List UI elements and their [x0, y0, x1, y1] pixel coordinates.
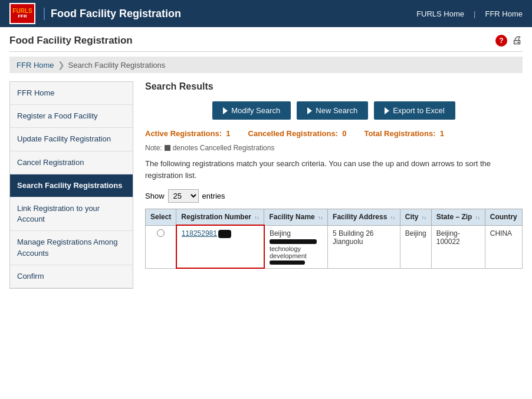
row-state-zip-cell: Beijing-100022 — [431, 225, 485, 268]
col-country: Country — [485, 209, 522, 226]
header-title: Food Facility Registration — [44, 8, 181, 20]
page-content: Food Facility Registration ? 🖨 FFR Home … — [0, 27, 532, 296]
sort-city-icon[interactable]: ↑↓ — [422, 216, 426, 220]
note-label: Note: — [145, 144, 162, 152]
active-registrations-stat: Active Registrations: 1 — [145, 129, 231, 138]
logo: FURLS FFR — [9, 3, 35, 24]
col-select: Select — [146, 209, 176, 226]
header-nav: FURLS Home | FFR Home — [416, 9, 523, 18]
row-city-cell: Beijing — [400, 225, 431, 268]
col-city[interactable]: City ↑↓ — [400, 209, 431, 226]
new-search-arrow-icon — [307, 107, 312, 114]
total-registrations-stat: Total Registrations: 1 — [364, 129, 444, 138]
show-entries: Show 25 10 50 100 entries — [145, 189, 523, 203]
stats-bar: Active Registrations: 1 Cancelled Regist… — [145, 129, 523, 138]
col-reg-number[interactable]: Registration Number ↑↓ — [176, 209, 264, 226]
cancelled-icon — [165, 145, 170, 151]
col-facility-name[interactable]: Facility Name ↑↓ — [264, 209, 328, 226]
results-table: Select Registration Number ↑↓ Facility N… — [145, 209, 523, 269]
help-icon[interactable]: ? — [495, 35, 507, 47]
ffr-home-link[interactable]: FFR Home — [485, 9, 523, 18]
entries-label: entries — [202, 192, 225, 200]
breadcrumb-current: Search Facility Registrations — [68, 61, 166, 70]
reg-number-link[interactable]: 118252981 — [182, 229, 231, 238]
sidebar-item-register[interactable]: Register a Food Facility — [10, 105, 133, 128]
page-title-bar: Food Facility Registration ? 🖨 — [9, 34, 523, 52]
sidebar-item-manage[interactable]: Manage Registrations Among Accounts — [10, 231, 133, 265]
sort-state-zip-icon[interactable]: ↑↓ — [475, 216, 480, 220]
app-header: FURLS FFR Food Facility Registration FUR… — [0, 0, 532, 27]
row-reg-number-cell: 118252981 — [176, 225, 264, 268]
modify-search-button[interactable]: Modify Search — [212, 101, 291, 120]
nav-divider: | — [474, 9, 475, 18]
header-left: FURLS FFR Food Facility Registration — [9, 3, 181, 24]
action-buttons: Modify Search New Search Export to Excel — [145, 101, 523, 120]
description-text: The following registrations match your s… — [145, 158, 523, 181]
show-label: Show — [145, 192, 165, 200]
sidebar-item-link[interactable]: Link Registration to your Account — [10, 197, 133, 231]
breadcrumb: FFR Home ❯ Search Facility Registrations — [9, 57, 523, 73]
sort-reg-number-icon[interactable]: ↑↓ — [254, 216, 259, 220]
row-country-cell: CHINA — [485, 225, 522, 268]
sidebar-item-cancel[interactable]: Cancel Registration — [10, 151, 133, 174]
export-arrow-icon — [385, 107, 389, 114]
note-text: denotes Cancelled Registrations — [173, 144, 275, 152]
facility-name-extra-scribble — [270, 260, 305, 265]
breadcrumb-separator: ❯ — [58, 60, 65, 70]
entries-select[interactable]: 25 10 50 100 — [168, 189, 199, 203]
sort-facility-name-icon[interactable]: ↑↓ — [318, 216, 323, 220]
row-facility-name-cell: Beijing technology development — [264, 225, 328, 268]
page-title: Food Facility Registration — [9, 35, 133, 47]
cancelled-registrations-stat: Cancelled Registrations: 0 — [248, 129, 347, 138]
note-bar: Note: denotes Cancelled Registrations — [145, 144, 523, 152]
row-select-cell[interactable] — [146, 225, 176, 268]
col-facility-address[interactable]: Facility Address ↑↓ — [328, 209, 400, 226]
main-layout: FFR Home Register a Food Facility Update… — [9, 81, 523, 289]
redacted-reg-suffix — [218, 230, 231, 238]
row-select-radio[interactable] — [157, 229, 165, 237]
print-icon[interactable]: 🖨 — [512, 34, 523, 47]
facility-name-scribble — [270, 239, 317, 244]
sidebar-item-ffr-home[interactable]: FFR Home — [10, 82, 133, 105]
sidebar-item-confirm[interactable]: Confirm — [10, 265, 133, 288]
logo-ffr-text: FFR — [18, 14, 27, 19]
section-title: Search Results — [145, 81, 523, 92]
sort-address-icon[interactable]: ↑↓ — [390, 216, 395, 220]
new-search-button[interactable]: New Search — [297, 101, 368, 120]
sidebar: FFR Home Register a Food Facility Update… — [9, 81, 133, 289]
row-facility-address-cell: 5 Building 26 Jianguolu — [328, 225, 400, 268]
modify-search-arrow-icon — [223, 107, 228, 114]
main-area: Search Results Modify Search New Search … — [133, 81, 532, 289]
furls-home-link[interactable]: FURLS Home — [416, 9, 464, 18]
sidebar-item-search[interactable]: Search Facility Registrations — [10, 174, 133, 197]
table-row: 118252981 Beijing technology development… — [146, 225, 523, 268]
col-state-zip[interactable]: State – Zip ↑↓ — [431, 209, 485, 226]
breadcrumb-home[interactable]: FFR Home — [17, 61, 54, 70]
page-icons: ? 🖨 — [495, 34, 523, 47]
export-excel-button[interactable]: Export to Excel — [374, 101, 455, 120]
sidebar-item-update[interactable]: Update Facility Registration — [10, 128, 133, 151]
